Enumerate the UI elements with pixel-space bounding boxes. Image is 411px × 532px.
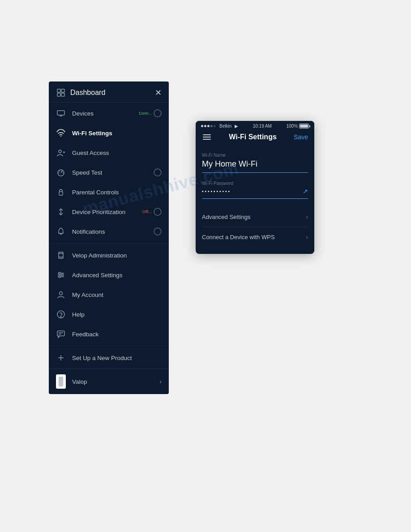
device-prioritization-label: Device Prioritization	[72, 209, 125, 215]
sidebar-item-my-account[interactable]: My Account	[49, 285, 169, 305]
notifications-label: Notifications	[72, 228, 105, 235]
svg-rect-1	[61, 89, 64, 92]
parental-controls-label: Parental Controls	[72, 189, 119, 196]
svg-rect-4	[57, 111, 64, 115]
help-label: Help	[72, 311, 85, 318]
sidebar-item-parental-controls[interactable]: Parental Controls	[49, 182, 169, 202]
svg-line-13	[62, 171, 63, 172]
sidebar-header: Dashboard ✕	[49, 82, 169, 103]
chevron-right-icon: ›	[159, 378, 162, 385]
show-password-icon[interactable]: ↗	[303, 188, 308, 195]
speed-test-label: Speed Test	[72, 169, 102, 176]
advanced-settings-chevron: ›	[306, 213, 308, 220]
wifi-name-value[interactable]: My Home Wi-Fi	[202, 159, 308, 173]
guest-access-label: Guest Access	[72, 150, 109, 156]
sidebar-footer-velop[interactable]: Valop ›	[49, 369, 169, 394]
wifi-password-value-row: •••••••••• ↗	[202, 188, 308, 199]
sidebar-item-guest-access[interactable]: Guest Access	[49, 143, 169, 163]
wifi-icon	[56, 128, 66, 138]
feedback-label: Feedback	[72, 331, 98, 338]
sidebar-item-device-prioritization[interactable]: Device Prioritization Offl...	[49, 202, 169, 222]
svg-point-26	[61, 274, 63, 276]
bell-icon	[56, 227, 66, 236]
velop-device-icon	[56, 374, 66, 389]
svg-rect-2	[57, 93, 60, 96]
devices-icon	[56, 108, 66, 118]
phone-panel: Belkin ▶ 10:19 AM 100% Wi-Fi Settings Sa…	[196, 121, 314, 254]
svg-rect-3	[61, 93, 64, 96]
dashboard-label: Dashboard	[70, 89, 105, 97]
dashboard-icon	[56, 88, 66, 98]
svg-line-12	[60, 171, 60, 172]
sidebar-item-speed-test[interactable]: Speed Test	[49, 163, 169, 182]
sidebar: Dashboard ✕ Devices Conn...	[49, 82, 169, 394]
svg-point-25	[59, 272, 60, 274]
plus-icon	[56, 353, 66, 363]
sidebar-item-devices[interactable]: Devices Conn...	[49, 103, 169, 123]
save-button[interactable]: Save	[294, 133, 308, 141]
svg-rect-0	[57, 89, 60, 92]
close-button[interactable]: ✕	[155, 88, 162, 98]
phone-title: Wi-Fi Settings	[229, 133, 277, 141]
phone-app-header: Wi-Fi Settings Save	[196, 130, 314, 146]
wifi-password-field: Wi-Fi Password •••••••••• ↗	[202, 181, 308, 199]
phone-list: Advanced Settings › Connect a Device wit…	[202, 207, 308, 247]
velop-admin-label: Velop Administration	[72, 252, 127, 259]
signal-dots	[201, 125, 216, 127]
battery-indicator: 100%	[286, 124, 309, 129]
phone-list-item-advanced[interactable]: Advanced Settings ›	[202, 207, 308, 227]
carrier-label: Belkin	[219, 124, 231, 129]
parental-icon	[56, 187, 66, 197]
hamburger-button[interactable]	[202, 133, 212, 141]
speed-icon	[56, 167, 66, 177]
account-icon	[56, 290, 66, 300]
devices-label: Devices	[72, 110, 94, 117]
setup-label: Set Up a New Product	[72, 355, 132, 361]
sidebar-item-feedback[interactable]: Feedback	[49, 324, 169, 344]
velop-footer-label: Valop	[72, 378, 159, 385]
svg-point-8	[59, 150, 61, 153]
connected-status: Conn...	[139, 111, 152, 116]
help-icon	[56, 309, 66, 319]
wifi-settings-label: Wi-Fi Settings	[72, 130, 112, 137]
advanced-settings-label: Advanced Settings	[72, 272, 123, 279]
advanced-icon	[56, 270, 66, 280]
svg-point-30	[60, 317, 61, 317]
speed-test-status	[154, 168, 162, 176]
sidebar-item-wifi-settings[interactable]: Wi-Fi Settings	[49, 123, 169, 143]
password-dots: ••••••••••	[202, 189, 231, 194]
notifications-status	[154, 227, 162, 236]
svg-point-7	[60, 136, 61, 137]
svg-rect-31	[57, 331, 64, 336]
connect-wps-list-label: Connect a Device with WPS	[202, 234, 275, 240]
connect-wps-chevron: ›	[306, 233, 308, 240]
advanced-settings-list-label: Advanced Settings	[202, 214, 250, 220]
my-account-label: My Account	[72, 292, 103, 298]
guest-icon	[56, 148, 66, 158]
sidebar-item-velop-admin[interactable]: Velop Administration	[49, 245, 169, 265]
admin-icon	[56, 250, 66, 260]
phone-list-item-wps[interactable]: Connect a Device with WPS ›	[202, 227, 308, 247]
priority-status	[154, 208, 162, 216]
wifi-password-label: Wi-Fi Password	[202, 181, 308, 186]
phone-content: Wi-Fi Name My Home Wi-Fi Wi-Fi Password …	[196, 146, 314, 254]
feedback-icon	[56, 329, 66, 339]
battery-percent: 100%	[286, 124, 298, 129]
sidebar-item-notifications[interactable]: Notifications	[49, 222, 169, 241]
phone-status-bar: Belkin ▶ 10:19 AM 100%	[196, 121, 314, 130]
svg-point-27	[59, 276, 60, 278]
wifi-name-label: Wi-Fi Name	[202, 153, 308, 158]
sidebar-item-advanced-settings[interactable]: Advanced Settings	[49, 265, 169, 285]
svg-point-28	[60, 292, 63, 295]
time-label: 10:19 AM	[253, 124, 272, 129]
priority-icon	[56, 207, 66, 217]
svg-rect-19	[59, 252, 63, 258]
svg-rect-14	[59, 192, 63, 195]
sidebar-item-setup[interactable]: Set Up a New Product	[49, 348, 169, 368]
sidebar-item-help[interactable]: Help	[49, 305, 169, 324]
battery-bar	[299, 124, 309, 129]
wifi-name-field: Wi-Fi Name My Home Wi-Fi	[202, 153, 308, 173]
devices-status	[154, 109, 162, 117]
